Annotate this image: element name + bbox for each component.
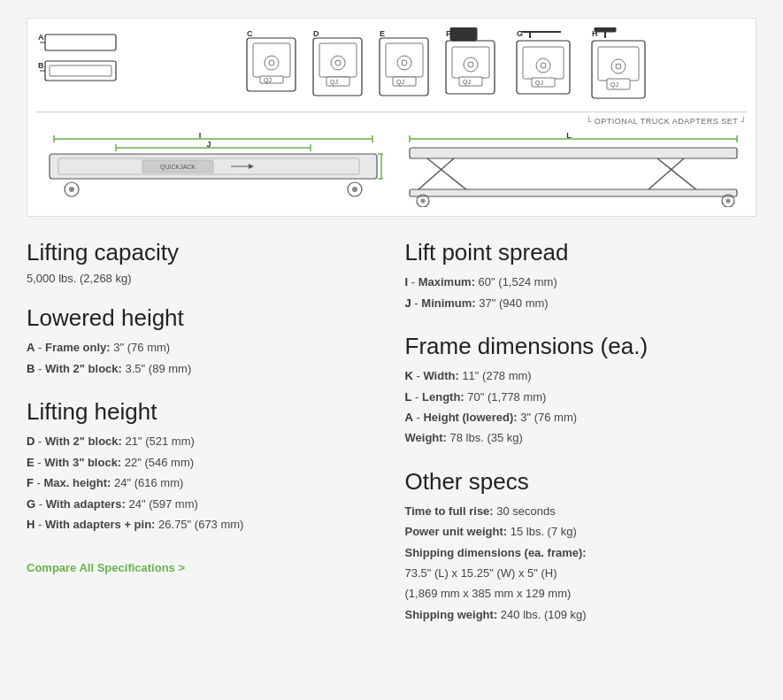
time-value: 30 seconds [496, 504, 556, 518]
power-label: Power unit weight: [405, 525, 508, 538]
letter-a-lowered: A [27, 341, 35, 354]
svg-rect-3 [45, 61, 116, 81]
letter-f: F [27, 476, 34, 489]
svg-text:QJ: QJ [535, 80, 543, 87]
svg-point-51 [616, 64, 621, 69]
svg-rect-4 [50, 65, 111, 76]
svg-point-32 [464, 58, 478, 72]
lowered-b-label: - With 2" block: 3.5" (89 mm) [38, 362, 191, 375]
svg-rect-29 [450, 27, 477, 41]
letter-l: L [405, 390, 412, 404]
k-label: - Width: 11" (278 mm) [417, 369, 532, 382]
top-diagrams: A B C QJ D [36, 27, 747, 112]
lift-point-spread-heading: Lift point spread [405, 239, 757, 266]
d-label: - With 2" block: 21" (521 mm) [38, 435, 195, 448]
svg-point-33 [468, 62, 473, 67]
svg-text:E: E [380, 29, 385, 38]
svg-text:B: B [38, 61, 44, 70]
letter-d: D [27, 435, 35, 448]
svg-rect-85 [410, 189, 737, 196]
h-label: - With adapters + pin: 26.75" (673 mm) [38, 518, 243, 531]
svg-rect-31 [452, 47, 489, 78]
bottom-diagrams: I J QUICKJACK K [36, 127, 747, 207]
left-column: Lifting capacity 5,000 lbs. (2,268 kg) L… [27, 239, 379, 644]
svg-text:G: G [517, 29, 523, 38]
svg-text:QJ: QJ [610, 81, 618, 88]
letter-i: I [405, 275, 409, 288]
svg-point-50 [611, 59, 626, 73]
frame-dimensions-group: Frame dimensions (ea.) K - Width: 11" (2… [405, 333, 757, 449]
shipping-weight-value: 240 lbs. (109 kg) [501, 608, 587, 621]
right-column: Lift point spread I - Maximum: 60" (1,52… [405, 239, 757, 644]
svg-point-11 [269, 60, 274, 65]
shipping-dim-value: 73.5" (L) x 15.25" (W) x 5" (H) [405, 566, 557, 580]
svg-line-84 [649, 158, 684, 189]
svg-text:QJ: QJ [330, 79, 338, 86]
compare-link[interactable]: Compare All Specifications > [27, 561, 185, 574]
svg-text:QJ: QJ [264, 77, 272, 84]
svg-text:C: C [247, 29, 253, 38]
letter-e: E [27, 456, 35, 469]
svg-text:QJ: QJ [396, 79, 404, 86]
time-label: Time to full rise: [405, 504, 494, 518]
svg-point-75 [352, 187, 357, 192]
frame-k: K - Width: 11" (278 mm) [405, 365, 757, 386]
svg-text:I: I [199, 132, 202, 140]
svg-text:D: D [313, 29, 319, 38]
svg-point-24 [397, 56, 411, 70]
letter-j: J [405, 296, 411, 310]
svg-point-17 [331, 56, 345, 70]
optional-label: └ OPTIONAL TRUCK ADAPTERS SET ┘ [36, 117, 747, 127]
lifting-capacity-group: Lifting capacity 5,000 lbs. (2,268 kg) [27, 239, 379, 285]
lifting-height-d: D - With 2" block: 21" (521 mm) [27, 431, 379, 451]
frame-a: A - Height (lowered): 3" (76 mm) [405, 407, 757, 427]
svg-line-82 [418, 158, 454, 189]
adapters-diagram: C QJ D QJ E [242, 27, 747, 107]
lifting-capacity-value: 5,000 lbs. (2,268 kg) [27, 272, 379, 285]
svg-rect-80 [410, 148, 737, 158]
letter-a-frame: A [405, 411, 413, 424]
svg-rect-0 [45, 35, 116, 50]
time-to-rise: Time to full rise: 30 seconds [405, 501, 757, 521]
frame-weight: Weight: 78 lbs. (35 kg) [405, 427, 757, 448]
lowered-height-heading: Lowered height [27, 304, 379, 332]
svg-rect-22 [380, 38, 428, 96]
i-label: - Maximum: 60" (1,524 mm) [411, 275, 557, 288]
lifting-height-group: Lifting height D - With 2" block: 21" (5… [27, 398, 379, 535]
shipping-weight-label: Shipping weight: [405, 608, 498, 621]
left-profile-diagram: I J QUICKJACK K [36, 132, 383, 207]
l-label: - Length: 70" (1,778 mm) [415, 390, 546, 404]
weight-label: Weight: [405, 431, 447, 444]
shipping-dim-metric: (1,869 mm x 385 mm x 129 mm) [405, 587, 572, 600]
e-label: - With 3" block: 22" (546 mm) [37, 456, 194, 469]
diagram-section: A B C QJ D [27, 18, 756, 217]
weight-value: 78 lbs. (35 kg) [450, 431, 523, 444]
svg-point-88 [420, 199, 425, 204]
svg-point-42 [541, 63, 546, 68]
lowered-height-b: B - With 2" block: 3.5" (89 mm) [27, 358, 379, 379]
lifting-height-g: G - With adapters: 24" (597 mm) [27, 494, 379, 514]
svg-text:J: J [206, 140, 211, 149]
svg-rect-47 [595, 27, 616, 32]
f-label: - Max. height: 24" (616 mm) [37, 476, 184, 489]
j-label: - Minimum: 37" (940 mm) [414, 296, 548, 310]
spread-j: J - Minimum: 37" (940 mm) [405, 293, 757, 313]
letter-b-lowered: B [27, 362, 35, 375]
shipping-dimensions: Shipping dimensions (ea. frame): 73.5" (… [405, 542, 757, 604]
svg-point-89 [725, 199, 730, 204]
svg-point-25 [402, 60, 407, 65]
lift-point-spread-group: Lift point spread I - Maximum: 60" (1,52… [405, 239, 757, 313]
svg-text:QUICKJACK: QUICKJACK [160, 164, 196, 171]
power-unit-weight: Power unit weight: 15 lbs. (7 kg) [405, 521, 757, 542]
letter-h: H [27, 518, 35, 531]
svg-text:QJ: QJ [463, 79, 471, 86]
ab-diagram: A B [36, 27, 142, 107]
other-specs-heading: Other specs [405, 468, 757, 496]
shipping-dim-label: Shipping dimensions (ea. frame): [405, 546, 587, 559]
lowered-height-group: Lowered height A - Frame only: 3" (76 mm… [27, 304, 379, 379]
svg-point-10 [265, 56, 279, 70]
frame-dimensions-heading: Frame dimensions (ea.) [405, 333, 757, 360]
svg-text:A: A [38, 33, 44, 42]
lifting-height-h: H - With adapters + pin: 26.75" (673 mm) [27, 514, 379, 535]
frame-l: L - Length: 70" (1,778 mm) [405, 387, 757, 407]
